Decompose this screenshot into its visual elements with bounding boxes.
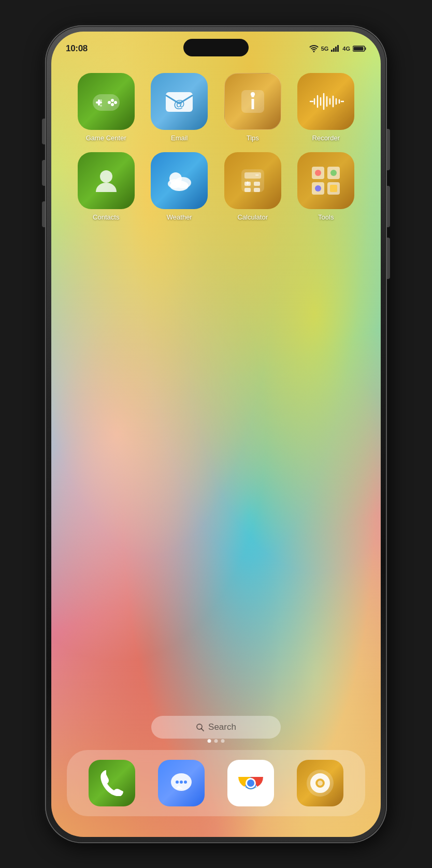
svg-point-11 — [114, 101, 117, 104]
dock — [67, 750, 365, 816]
svg-rect-6 — [354, 47, 364, 50]
calculator-icon: − + — [237, 165, 268, 196]
page-indicator — [208, 739, 225, 743]
svg-point-51 — [315, 185, 321, 192]
dock-icon-settings[interactable] — [297, 760, 343, 806]
settings-icon — [306, 769, 334, 797]
dynamic-island — [183, 39, 249, 56]
svg-rect-3 — [337, 45, 339, 52]
app-label-tools: Tools — [318, 213, 334, 221]
app-icon-contacts[interactable] — [78, 152, 135, 209]
svg-point-67 — [318, 781, 323, 786]
wifi-icon — [309, 45, 319, 52]
phone-icon — [99, 770, 125, 796]
svg-rect-9 — [96, 101, 102, 104]
messages-icon — [167, 769, 195, 797]
svg-rect-0 — [331, 50, 333, 52]
5g-badge: 5G — [321, 46, 329, 52]
app-label-contacts: Contacts — [93, 213, 119, 221]
4g-badge: 4G — [342, 46, 350, 52]
app-label-game-center: Game Center — [86, 134, 126, 142]
svg-point-10 — [111, 99, 114, 102]
battery-icon — [353, 45, 366, 52]
svg-point-49 — [315, 170, 321, 176]
signal-icon — [331, 45, 340, 52]
dock-app-phone[interactable] — [89, 760, 135, 806]
svg-rect-41 — [244, 188, 251, 192]
app-grid: Game Center @ Email i — [72, 73, 360, 221]
svg-rect-2 — [335, 47, 337, 52]
status-icons: 5G 4G — [309, 45, 366, 52]
app-item-tools[interactable]: Tools — [292, 152, 361, 221]
app-label-calculator: Calculator — [237, 213, 268, 221]
app-item-weather[interactable]: Weather — [146, 152, 214, 221]
app-item-recorder[interactable]: Recorder — [292, 73, 361, 142]
svg-point-15 — [100, 105, 102, 107]
app-label-tips: Tips — [247, 134, 259, 142]
svg-point-13 — [108, 101, 111, 104]
tools-icon — [308, 163, 344, 199]
app-icon-email[interactable]: @ — [151, 73, 208, 130]
dock-app-chrome[interactable] — [227, 760, 274, 806]
svg-text:−: − — [255, 171, 258, 179]
svg-point-12 — [111, 103, 114, 106]
search-bar[interactable]: Search — [151, 716, 281, 739]
page-dot-3 — [221, 739, 225, 743]
svg-rect-5 — [365, 47, 366, 50]
svg-point-32 — [100, 170, 112, 183]
dock-icon-phone[interactable] — [89, 760, 135, 806]
app-icon-game-center[interactable] — [78, 73, 135, 130]
app-item-tips[interactable]: i Tips — [219, 73, 287, 142]
svg-point-36 — [170, 181, 189, 191]
svg-point-57 — [176, 781, 179, 784]
svg-rect-1 — [333, 48, 335, 52]
app-icon-tools[interactable] — [297, 152, 354, 209]
email-icon: @ — [163, 88, 196, 115]
svg-text:+: + — [246, 180, 249, 187]
app-item-contacts[interactable]: Contacts — [72, 152, 140, 221]
svg-rect-52 — [330, 185, 337, 192]
phone-screen: 10:08 5G 4G — [51, 32, 381, 837]
app-icon-weather[interactable] — [151, 152, 208, 209]
svg-point-14 — [100, 99, 102, 101]
app-item-calculator[interactable]: − + Calculator — [219, 152, 287, 221]
phone-device: 10:08 5G 4G — [45, 25, 387, 843]
app-item-game-center[interactable]: Game Center — [72, 73, 140, 142]
svg-rect-40 — [254, 182, 260, 186]
svg-rect-42 — [254, 188, 260, 192]
app-label-weather: Weather — [167, 213, 192, 221]
search-label: Search — [208, 722, 236, 732]
weather-icon — [161, 165, 197, 196]
dock-app-messages[interactable] — [158, 760, 205, 806]
svg-text:@: @ — [174, 97, 185, 110]
tips-icon: i — [237, 86, 268, 117]
search-icon — [196, 723, 204, 731]
app-icon-recorder[interactable] — [297, 73, 354, 130]
svg-point-59 — [184, 781, 187, 784]
app-label-email: Email — [171, 134, 188, 142]
app-icon-calculator[interactable]: − + — [224, 152, 281, 209]
dock-icon-messages[interactable] — [158, 760, 205, 806]
svg-point-58 — [180, 781, 183, 784]
gamepad-icon — [90, 89, 123, 114]
svg-line-54 — [201, 728, 204, 731]
app-label-recorder: Recorder — [312, 134, 340, 142]
chrome-icon — [235, 767, 267, 799]
svg-point-63 — [247, 779, 254, 787]
dock-app-settings[interactable] — [297, 760, 343, 806]
svg-point-50 — [330, 170, 337, 176]
app-item-email[interactable]: @ Email — [146, 73, 214, 142]
page-dot-2 — [214, 739, 218, 743]
app-icon-tips[interactable]: i — [224, 73, 281, 130]
dock-icon-chrome[interactable] — [227, 760, 274, 806]
status-time: 10:08 — [66, 43, 88, 54]
page-dot-1 — [208, 739, 211, 743]
svg-point-20 — [251, 92, 255, 96]
contacts-icon — [91, 165, 122, 196]
recorder-icon — [308, 89, 344, 114]
